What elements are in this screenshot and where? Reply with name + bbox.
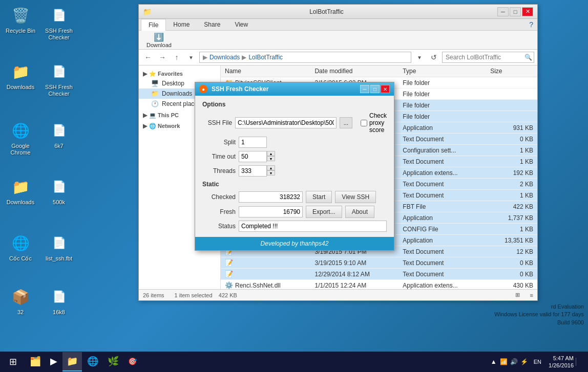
ribbon-tab-view[interactable]: View — [227, 19, 255, 30]
ribbon-help-icon[interactable]: ? — [529, 20, 533, 29]
file-explorer-title: LolBotTraffic — [156, 8, 497, 15]
table-row[interactable]: ⚙️Renci.SshNet.dll 1/1/2015 12:24 AM App… — [221, 280, 537, 290]
tray-clock[interactable]: 5:47 AM 1/26/2016 — [549, 355, 574, 369]
file-explorer-titlebar: 📁 LolBotTraffic ─ □ ✕ — [139, 5, 537, 19]
forward-button[interactable]: → — [156, 52, 169, 63]
address-path[interactable]: ▶ Downloads ▶ LolBotTraffic — [199, 52, 411, 63]
32-icon: 📦 — [10, 287, 31, 307]
ribbon-download-button[interactable]: ⬇️ Download — [143, 31, 175, 50]
desktop-icon-32[interactable]: 📦 32 — [3, 287, 38, 316]
tray-volume-icon[interactable]: 🔊 — [510, 358, 518, 366]
taskbar-file-manager[interactable]: 🗂️ — [26, 352, 45, 371]
ssh1-icon: 📄 — [49, 5, 69, 26]
up-button[interactable]: ↑ — [171, 52, 183, 63]
taskbar-app6[interactable]: 🎯 — [124, 352, 141, 371]
check-proxy-checkbox[interactable] — [361, 120, 367, 126]
split-input[interactable] — [239, 137, 267, 148]
ssh-close-button[interactable]: ✕ — [381, 85, 390, 93]
checked-label: Checked — [202, 193, 236, 201]
col-name[interactable]: Name — [221, 65, 310, 77]
view-details[interactable]: ≡ — [530, 292, 533, 298]
desktop-icon-coccoc[interactable]: 🌐 Cốc Cốc — [3, 233, 38, 262]
taskbar-chrome[interactable]: 🌐 — [83, 352, 102, 371]
timeout-spin-up[interactable]: ▲ — [267, 151, 275, 156]
file-type-cell: Text Document — [398, 257, 486, 269]
path-part-lolbottraffic[interactable]: LolBotTraffic — [248, 54, 283, 61]
view-large-icons[interactable]: ⊞ — [515, 292, 520, 298]
refresh-button[interactable]: ↺ — [428, 52, 440, 63]
search-input[interactable] — [442, 52, 534, 63]
tray-arrow-icon[interactable]: ▲ — [490, 358, 498, 366]
threads-input[interactable] — [239, 165, 267, 177]
desktop-icon-listssh[interactable]: 📄 list_ssh.fbt — [41, 233, 77, 262]
6k7-label: 6k7 — [41, 143, 77, 149]
col-size[interactable]: Size — [486, 65, 537, 77]
timeout-spin-down[interactable]: ▼ — [267, 156, 275, 161]
ribbon-tab-file[interactable]: File — [141, 19, 166, 31]
taskbar-terminal[interactable]: ▶ — [46, 352, 61, 371]
desktop-icon-ssh2[interactable]: 📄 SSH FreshChecker — [41, 61, 77, 97]
network-chevron: ▶ — [143, 123, 147, 129]
desktop-icon-downloads2[interactable]: 📁 Downloads — [3, 177, 38, 206]
ribbon-tab-share[interactable]: Share — [197, 19, 227, 30]
export-button[interactable]: Export... — [306, 206, 342, 218]
file-table-header-row: Name Date modified Type Size — [221, 65, 537, 77]
tray-power-icon[interactable]: ⚡ — [520, 358, 529, 366]
file-size-cell: 1 KB — [486, 224, 537, 235]
file-size-cell: 192 KB — [486, 167, 537, 179]
tray-show-desktop[interactable] — [576, 358, 584, 366]
desktop-icon-ssh1[interactable]: 📄 SSH FreshChecker — [41, 5, 77, 41]
col-date[interactable]: Date modified — [310, 65, 398, 77]
taskbar-explorer[interactable]: 📁 — [62, 352, 82, 371]
desktop-icon-chrome[interactable]: 🌐 GoogleChrome — [3, 120, 38, 156]
about-button[interactable]: About — [345, 206, 374, 218]
fe-minimize-button[interactable]: ─ — [497, 7, 509, 16]
file-date-cell: 3/19/2015 9:10 AM — [310, 257, 398, 269]
back-button[interactable]: ← — [142, 52, 154, 63]
recent-locations-button[interactable]: ▼ — [185, 52, 197, 63]
desktop-icon-recycle-bin[interactable]: 🗑️ Recycle Bin — [3, 5, 38, 34]
status-label: Status — [202, 223, 236, 230]
fe-close-button[interactable]: ✕ — [522, 7, 533, 16]
network-label: 🌐 Network — [149, 123, 180, 129]
checked-row: Checked Start View SSH — [202, 191, 387, 203]
col-type[interactable]: Type — [398, 65, 486, 77]
threads-spin-buttons: ▲ ▼ — [267, 165, 275, 177]
ssh-browse-button[interactable]: ... — [340, 117, 352, 128]
ssh-maximize-button[interactable]: □ — [370, 85, 380, 93]
taskbar-coccoc[interactable]: 🌿 — [103, 352, 123, 371]
desktop-icon-downloads1[interactable]: 📁 Downloads — [3, 61, 38, 91]
tray-language[interactable]: EN — [534, 359, 541, 365]
ribbon-tab-home[interactable]: Home — [166, 19, 197, 30]
desktop-icon-500k[interactable]: 📄 500k — [41, 177, 77, 206]
threads-spin-down[interactable]: ▼ — [267, 170, 275, 176]
table-row[interactable]: 📝 12/29/2014 8:12 AM Text Document 0 KB — [221, 269, 537, 280]
check-proxy-label: Check proxy score — [369, 112, 387, 134]
threads-spin-up[interactable]: ▲ — [267, 165, 275, 170]
desktop-icon-16k8[interactable]: 📄 16k8 — [41, 287, 77, 316]
file-type-cell: CONFIG File — [398, 224, 486, 235]
address-dropdown-button[interactable]: ▼ — [413, 52, 426, 63]
timeout-row: Time out ▲ ▼ — [202, 151, 387, 162]
view-ssh-button[interactable]: View SSH — [335, 191, 376, 203]
search-icon[interactable]: 🔍 — [524, 54, 532, 61]
address-bar: ← → ↑ ▼ ▶ Downloads ▶ LolBotTraffic ▼ ↺ … — [139, 50, 537, 65]
start-button[interactable]: ⊞ — [0, 352, 26, 372]
table-row[interactable]: 📝 3/19/2015 9:10 AM Text Document 0 KB — [221, 257, 537, 269]
start-button[interactable]: Start — [306, 191, 332, 203]
fe-maximize-button[interactable]: □ — [510, 7, 521, 16]
file-size-cell: 0 KB — [486, 257, 537, 269]
options-section-label: Options — [202, 101, 387, 108]
favorites-header[interactable]: ▶ ⭐ Favorites — [139, 70, 220, 78]
desktop-folder-icon: 🖥️ — [151, 80, 159, 87]
ssh-minimize-button[interactable]: ─ — [360, 85, 369, 93]
tray-network-icon[interactable]: 📶 — [500, 358, 508, 366]
ssh-file-input[interactable] — [235, 117, 337, 128]
tray-date: 1/26/2016 — [549, 362, 574, 369]
file-size-cell: 0 KB — [486, 134, 537, 145]
file-date-cell: 1/1/2015 12:24 AM — [310, 280, 398, 290]
path-part-downloads[interactable]: Downloads — [209, 54, 240, 61]
timeout-input[interactable] — [239, 151, 267, 162]
file-size-cell: 1 KB — [486, 145, 537, 156]
desktop-icon-6k7[interactable]: 📄 6k7 — [41, 120, 77, 149]
